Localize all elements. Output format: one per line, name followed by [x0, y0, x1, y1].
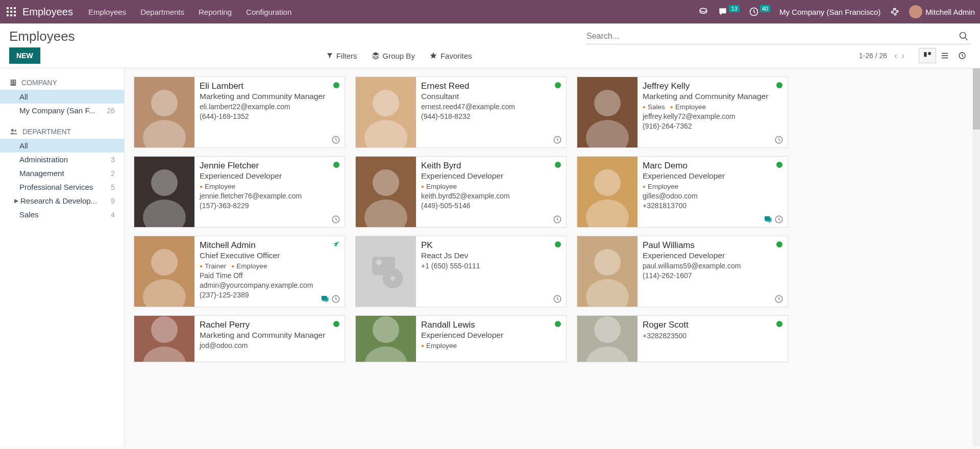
activity-icon[interactable]: 40 — [749, 7, 770, 17]
employee-photo — [356, 316, 416, 362]
employee-card[interactable]: Jennie FletcherExperienced DeveloperEmpl… — [134, 156, 345, 228]
employee-title: Consultant — [421, 92, 561, 101]
company-item[interactable]: My Company (San F...26 — [0, 104, 124, 117]
activity-clock-icon[interactable] — [553, 135, 562, 144]
pager-next-icon[interactable]: › — [901, 51, 904, 61]
app-brand: Employees — [22, 6, 73, 18]
company-count: 26 — [107, 107, 115, 115]
activity-clock-icon[interactable] — [774, 294, 783, 304]
activity-clock-icon[interactable] — [774, 215, 783, 224]
activity-clock-icon[interactable] — [331, 294, 340, 304]
department-count: 5 — [111, 183, 115, 191]
employee-email: jennie.fletcher76@example.com — [200, 192, 339, 200]
employee-name: Jeffrey Kelly — [643, 81, 782, 91]
pager-prev-icon[interactable]: ‹ — [894, 51, 897, 61]
department-count: 9 — [111, 197, 115, 205]
menu-reporting[interactable]: Reporting — [199, 8, 232, 16]
employee-photo — [356, 236, 416, 307]
svg-rect-2 — [14, 7, 16, 9]
employee-photo — [134, 157, 194, 227]
employee-title: Chief Executive Officer — [200, 251, 339, 260]
user-menu[interactable]: Mitchell Admin — [909, 5, 975, 18]
presence-dot-icon — [776, 162, 782, 168]
svg-point-11 — [960, 33, 966, 39]
pager-text: 1-26 / 26 — [859, 52, 887, 60]
employee-name: Paul Williams — [643, 240, 782, 251]
company-item[interactable]: All — [0, 90, 124, 104]
chat-icon[interactable]: 13 — [718, 7, 739, 17]
department-label: Management — [19, 169, 111, 178]
department-count: 2 — [111, 169, 115, 178]
activity-clock-icon[interactable] — [331, 215, 340, 224]
chat-icon[interactable] — [763, 215, 772, 224]
employee-phone: (916)-264-7362 — [643, 122, 782, 130]
presence-dot-icon — [555, 162, 561, 168]
menu-departments[interactable]: Departments — [140, 8, 184, 16]
employee-card[interactable]: Jeffrey KellyMarketing and Community Man… — [577, 77, 788, 148]
department-item[interactable]: ▶Research & Develop...9 — [0, 194, 124, 208]
department-item[interactable]: All — [0, 139, 124, 153]
presence-dot-icon — [776, 82, 782, 88]
kanban-content: Eli LambertMarketing and Community Manag… — [125, 68, 980, 446]
employee-name: Marc Demo — [643, 161, 782, 171]
employee-card[interactable]: Keith ByrdExperienced DeveloperEmployeek… — [355, 156, 567, 228]
list-view-button[interactable] — [936, 48, 953, 63]
filters-button[interactable]: Filters — [326, 52, 357, 60]
employee-photo — [577, 236, 638, 307]
department-item[interactable]: Professional Services5 — [0, 180, 124, 194]
employee-tags: Employee — [643, 183, 782, 190]
kanban-view-button[interactable] — [919, 48, 936, 63]
activity-clock-icon[interactable] — [553, 294, 562, 304]
employee-card[interactable]: Roger Scott+3282823500 — [577, 315, 788, 362]
employee-card[interactable]: Marc DemoExperienced DeveloperEmployeegi… — [577, 156, 788, 228]
employee-photo — [356, 157, 416, 227]
svg-rect-4 — [10, 11, 12, 13]
employee-card[interactable]: Randall LewisExperienced DeveloperEmploy… — [355, 315, 567, 362]
employee-name: Jennie Fletcher — [200, 161, 339, 171]
activity-clock-icon[interactable] — [553, 215, 562, 224]
presence-dot-icon — [555, 321, 561, 327]
settings-icon[interactable] — [890, 7, 900, 17]
employee-email: ernest.reed47@example.com — [421, 103, 561, 111]
favorites-label: Favorites — [440, 52, 472, 60]
department-item[interactable]: Management2 — [0, 166, 124, 180]
presence-dot-icon — [555, 241, 561, 247]
menu-employees[interactable]: Employees — [88, 8, 126, 16]
top-menu: Employees Departments Reporting Configur… — [88, 8, 291, 16]
company-section: COMPANY — [0, 76, 124, 90]
support-icon[interactable] — [698, 7, 708, 17]
employee-tags: Employee — [421, 183, 561, 190]
menu-configuration[interactable]: Configuration — [246, 8, 291, 16]
employee-card[interactable]: Eli LambertMarketing and Community Manag… — [134, 77, 345, 148]
employee-card[interactable]: PKReact Js Dev+1 (650) 555-0111 — [355, 236, 567, 307]
activity-clock-icon[interactable] — [774, 135, 783, 144]
search-input[interactable] — [585, 29, 957, 44]
company-selector[interactable]: My Company (San Francisco) — [779, 8, 880, 16]
favorites-button[interactable]: Favorites — [429, 52, 472, 60]
employee-card[interactable]: Mitchell AdminChief Executive OfficerTra… — [134, 236, 345, 307]
employee-phone: (157)-363-8229 — [200, 202, 339, 210]
department-item[interactable]: Administration3 — [0, 153, 124, 166]
search-icon[interactable] — [957, 29, 971, 43]
employee-card[interactable]: Ernest ReedConsultanternest.reed47@examp… — [355, 77, 567, 148]
apps-icon[interactable] — [5, 6, 17, 18]
groupby-button[interactable]: Group By — [372, 52, 415, 60]
svg-rect-17 — [14, 81, 15, 82]
employee-card[interactable]: Rachel PerryMarketing and Community Mana… — [134, 315, 345, 362]
svg-point-43 — [594, 169, 621, 196]
scrollbar[interactable] — [973, 68, 980, 446]
activity-view-button[interactable] — [953, 48, 971, 63]
chat-badge: 13 — [729, 5, 739, 12]
presence-dot-icon — [555, 82, 561, 88]
employee-email: jeffrey.kelly72@example.com — [643, 112, 782, 120]
employee-card[interactable]: Paul WilliamsExperienced Developerpaul.w… — [577, 236, 788, 307]
company-label: All — [19, 92, 115, 101]
expand-caret-icon[interactable]: ▶ — [14, 197, 18, 204]
chat-icon[interactable] — [320, 294, 329, 304]
user-avatar — [909, 5, 922, 18]
activity-clock-icon[interactable] — [331, 135, 340, 144]
department-label: All — [19, 141, 115, 150]
department-item[interactable]: Sales4 — [0, 208, 124, 221]
department-label: Administration — [19, 155, 111, 164]
new-button[interactable]: NEW — [9, 47, 40, 64]
